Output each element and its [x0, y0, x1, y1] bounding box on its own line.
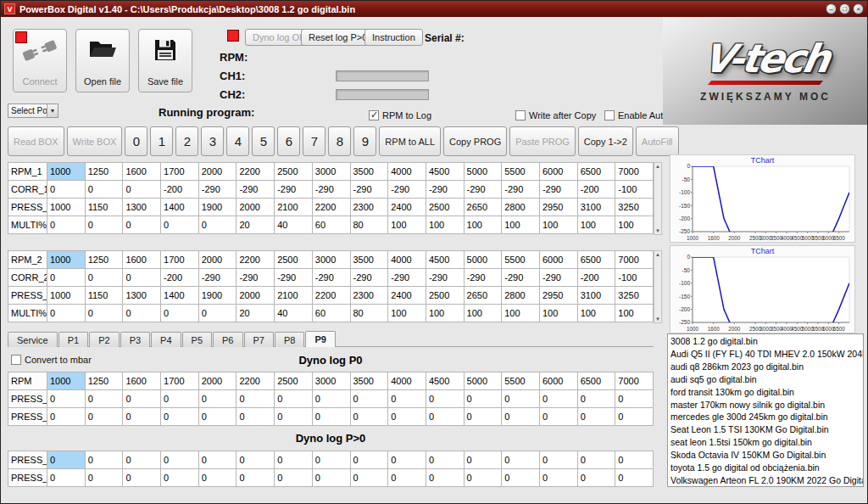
grid-cell[interactable]: 6000 — [539, 372, 577, 390]
grid-cell[interactable]: -290 — [464, 269, 502, 287]
grid-cell[interactable]: 1600 — [123, 372, 161, 390]
grid-cell[interactable]: 0 — [123, 390, 161, 408]
grid-cell[interactable]: 2400 — [388, 287, 426, 305]
grid-cell[interactable]: 0 — [275, 390, 313, 408]
grid-cell[interactable]: 0 — [388, 451, 426, 469]
grid-cell[interactable]: 0 — [236, 390, 275, 408]
grid-cell[interactable]: 6000 — [539, 163, 577, 181]
grid-cell[interactable]: -200 — [577, 181, 615, 199]
grid-cell[interactable]: 0 — [47, 269, 86, 287]
copy-1-2-button[interactable]: Copy 1->2 — [578, 126, 633, 156]
digit-1-button[interactable]: 1 — [150, 126, 173, 156]
grid-cell[interactable]: 0 — [502, 451, 540, 469]
grid-cell[interactable]: 0 — [123, 305, 161, 322]
grid-cell[interactable]: 0 — [47, 390, 86, 408]
grid-cell[interactable]: 0 — [161, 469, 199, 487]
grid-cell[interactable]: -290 — [464, 181, 502, 199]
grid-cell[interactable]: 0 — [85, 216, 123, 234]
grid-cell[interactable]: 0 — [85, 469, 123, 487]
grid-cell[interactable]: 3100 — [577, 287, 615, 305]
grid-cell[interactable]: -200 — [577, 269, 615, 287]
grid-cell[interactable]: -290 — [502, 181, 540, 199]
tab-p8[interactable]: P8 — [275, 332, 304, 347]
tab-p4[interactable]: P4 — [151, 332, 181, 347]
grid-cell[interactable]: 1000 — [47, 287, 86, 305]
grid-cell[interactable]: -290 — [350, 181, 388, 199]
tab-p1[interactable]: P1 — [58, 332, 88, 347]
grid-cell[interactable]: 0 — [198, 451, 236, 469]
grid-cell[interactable]: 0 — [198, 469, 236, 487]
file-item[interactable]: audi q8 286km 2023 go digital.bin — [668, 361, 863, 373]
grid-cell[interactable]: -100 — [615, 181, 654, 199]
grid-cell[interactable]: 0 — [615, 390, 654, 408]
minimize-icon[interactable]: – — [826, 3, 837, 14]
grid-cell[interactable]: -290 — [539, 269, 577, 287]
file-item[interactable]: audi sq5 go digital.bin — [668, 373, 863, 386]
grid-cell[interactable]: 0 — [47, 181, 86, 199]
digit-9-button[interactable]: 9 — [353, 126, 376, 156]
digit-7-button[interactable]: 7 — [303, 126, 326, 156]
grid-cell[interactable]: 0 — [47, 408, 86, 426]
grid-cell[interactable]: 1400 — [161, 287, 199, 305]
grid-cell[interactable]: -200 — [161, 269, 199, 287]
grid-cell[interactable]: 2500 — [275, 251, 313, 269]
grid-cell[interactable]: 0 — [123, 216, 161, 234]
grid-cell[interactable]: 20 — [236, 216, 275, 234]
grid-cell[interactable]: 60 — [312, 216, 350, 234]
grid-cell[interactable]: 0 — [161, 408, 199, 426]
file-item[interactable]: Skoda Octavia IV 150KM Go Digital.bin — [668, 449, 863, 462]
grid-cell[interactable]: 2200 — [236, 163, 275, 181]
grid-cell[interactable]: 2000 — [236, 199, 275, 216]
grid-cell[interactable]: 0 — [161, 390, 199, 408]
grid-cell[interactable]: -290 — [502, 269, 540, 287]
grid-cell[interactable]: 1700 — [161, 372, 199, 390]
file-item[interactable]: Volkswagen Arteon FL 2.0 190KM 2022 Go D… — [668, 474, 863, 487]
grid-cell[interactable]: 0 — [312, 451, 350, 469]
grid-cell[interactable]: 7000 — [615, 163, 654, 181]
grid-cell[interactable]: 100 — [502, 305, 540, 322]
grid-cell[interactable]: 3100 — [577, 199, 615, 216]
grid-cell[interactable]: 0 — [85, 181, 123, 199]
grid-cell[interactable]: 0 — [85, 269, 123, 287]
grid-cell[interactable]: 0 — [275, 469, 313, 487]
grid-cell[interactable]: 2200 — [312, 287, 350, 305]
grid-cell[interactable]: 2650 — [464, 287, 502, 305]
grid-cell[interactable]: -100 — [615, 269, 654, 287]
grid-cell[interactable]: 0 — [615, 451, 654, 469]
grid-cell[interactable]: 1600 — [123, 163, 161, 181]
grid-cell[interactable]: 3000 — [312, 251, 350, 269]
grid-cell[interactable]: 3500 — [350, 251, 388, 269]
grid-cell[interactable]: 4500 — [426, 163, 464, 181]
grid-cell[interactable]: 2200 — [236, 372, 275, 390]
grid-cell[interactable]: 0 — [350, 451, 388, 469]
grid-cell[interactable]: 1000 — [47, 163, 86, 181]
grid-cell[interactable]: 0 — [426, 408, 464, 426]
grid-cell[interactable]: 5000 — [464, 372, 502, 390]
grid-cell[interactable]: 0 — [85, 451, 123, 469]
grid-cell[interactable]: 0 — [312, 390, 350, 408]
grid-cell[interactable]: 0 — [236, 469, 275, 487]
grid-cell[interactable]: 60 — [312, 305, 350, 322]
grid-cell[interactable]: 1250 — [85, 163, 123, 181]
grid-cell[interactable]: -290 — [275, 181, 313, 199]
grid-cell[interactable]: 1250 — [85, 251, 123, 269]
grid-cell[interactable]: 3500 — [350, 372, 388, 390]
grid-cell[interactable]: 80 — [350, 305, 388, 322]
grid-cell[interactable]: 100 — [388, 216, 426, 234]
grid-cell[interactable]: 5000 — [464, 251, 502, 269]
grid-cell[interactable]: 2800 — [502, 199, 540, 216]
grid-cell[interactable]: 6500 — [577, 251, 615, 269]
grid-cell[interactable]: 100 — [615, 305, 654, 322]
grid-cell[interactable]: 0 — [47, 469, 86, 487]
table1-scrollbar[interactable]: ▲ ▼ — [654, 162, 662, 235]
grid-cell[interactable]: 0 — [312, 408, 350, 426]
grid-cell[interactable]: 2000 — [236, 287, 275, 305]
maximize-icon[interactable]: □ — [839, 3, 850, 14]
grid-cell[interactable]: 2500 — [426, 199, 464, 216]
grid-cell[interactable]: 0 — [123, 469, 161, 487]
grid-cell[interactable]: 0 — [350, 408, 388, 426]
digit-3-button[interactable]: 3 — [201, 126, 224, 156]
tab-p3[interactable]: P3 — [120, 332, 150, 347]
digit-8-button[interactable]: 8 — [328, 126, 351, 156]
grid-cell[interactable]: 7000 — [615, 372, 654, 390]
